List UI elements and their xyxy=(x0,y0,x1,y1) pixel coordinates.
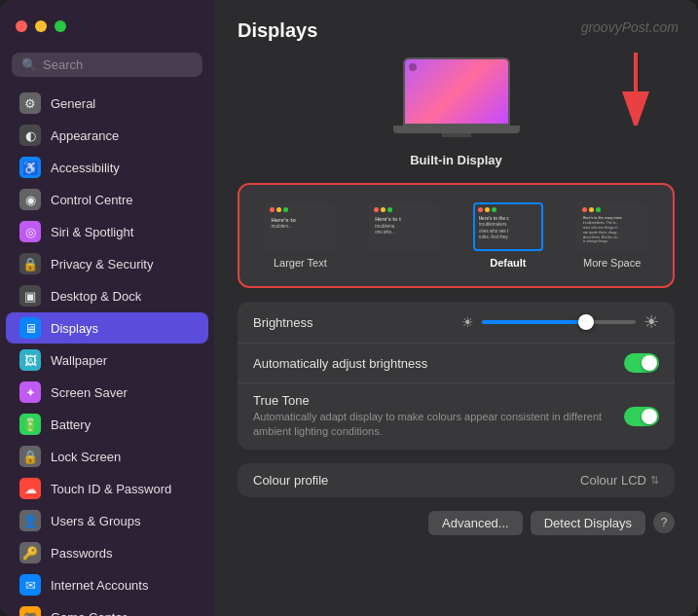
sidebar-item-label: Desktop & Dock xyxy=(51,289,141,304)
dot-green-4 xyxy=(596,207,601,212)
dot-red-2 xyxy=(374,207,379,212)
res-option-medium[interactable]: Here's to t troublema ons who... xyxy=(357,199,452,272)
auto-brightness-toggle[interactable] xyxy=(624,353,659,373)
sidebar-item-label: Internet Accounts xyxy=(51,578,148,593)
brightness-slider-fill xyxy=(482,320,587,324)
res-option-more-space[interactable]: Here's to the crazy ones troublemakers. … xyxy=(565,199,659,272)
sidebar-item-privacy-security[interactable]: 🔒 Privacy & Security xyxy=(6,248,208,279)
dot-yellow-4 xyxy=(589,207,594,212)
dot-green xyxy=(283,207,288,212)
sidebar-item-siri-spotlight[interactable]: ◎ Siri & Spotlight xyxy=(6,216,208,247)
lock-screen-icon: 🔒 xyxy=(19,446,41,467)
maximize-button[interactable] xyxy=(55,20,66,32)
dot-yellow-2 xyxy=(381,207,386,212)
siri-icon: ◎ xyxy=(19,221,41,242)
res-option-default[interactable]: Here's to the c troublemakers ones who s… xyxy=(461,199,556,272)
watermark: groovyPost.com xyxy=(581,19,679,35)
sidebar-item-wallpaper[interactable]: 🖼 Wallpaper xyxy=(6,344,208,376)
sidebar-item-users-groups[interactable]: 👤 Users & Groups xyxy=(6,505,208,536)
passwords-icon: 🔑 xyxy=(19,542,41,563)
game-center-icon: 🎮 xyxy=(19,606,41,616)
settings-section: Brightness ☀ ☀ Automatically adjust brig… xyxy=(238,302,675,450)
sidebar-item-touch-id[interactable]: ☁ Touch ID & Password xyxy=(6,473,208,504)
laptop-icon xyxy=(393,57,520,145)
brightness-row: Brightness ☀ ☀ xyxy=(238,302,675,344)
colour-profile-section: Colour profile Colour LCD ⇅ xyxy=(238,463,675,497)
res-preview-text-2: Here's to t troublema ons who... xyxy=(375,216,433,236)
res-preview-dots xyxy=(270,207,288,212)
arrow-indicator xyxy=(606,48,665,126)
res-preview-text-4: Here's to the crazy ones troublemakers. … xyxy=(583,216,642,244)
brightness-slider-thumb[interactable] xyxy=(578,314,594,330)
desktop-dock-icon: ▣ xyxy=(19,285,41,307)
accessibility-icon: ♿ xyxy=(19,157,41,178)
search-input[interactable] xyxy=(43,57,193,72)
res-preview-dots-4 xyxy=(582,207,601,212)
sidebar-item-desktop-dock[interactable]: ▣ Desktop & Dock xyxy=(6,280,208,311)
res-label-larger-text: Larger Text xyxy=(274,257,327,269)
general-icon: ⚙ xyxy=(19,92,41,114)
brightness-label: Brightness xyxy=(253,315,452,330)
control-centre-icon: ◉ xyxy=(19,189,41,210)
close-button[interactable] xyxy=(16,20,27,32)
users-groups-icon: 👤 xyxy=(19,510,41,531)
help-button[interactable]: ? xyxy=(653,512,675,533)
sidebar-item-game-center[interactable]: 🎮 Game Center xyxy=(6,601,208,616)
dot-red-3 xyxy=(478,207,483,212)
res-option-larger-text[interactable]: Here's to troublem... Larger Text xyxy=(253,199,348,272)
minimize-button[interactable] xyxy=(35,20,47,32)
dot-red xyxy=(270,207,275,212)
sidebar-item-internet-accounts[interactable]: ✉ Internet Accounts xyxy=(6,569,208,600)
res-preview-more-space: Here's to the crazy ones troublemakers. … xyxy=(577,202,647,251)
sidebar-item-battery[interactable]: 🔋 Battery xyxy=(6,409,208,440)
sidebar-item-accessibility[interactable]: ♿ Accessibility xyxy=(6,152,208,183)
appearance-icon: ◐ xyxy=(19,125,41,146)
sidebar-item-label: Game Center xyxy=(51,610,127,617)
sidebar-item-label: General xyxy=(51,96,95,111)
dot-red-4 xyxy=(582,207,587,212)
true-tone-row: True Tone Automatically adapt display to… xyxy=(238,383,675,450)
sidebar-item-screen-saver[interactable]: ✦ Screen Saver xyxy=(6,377,208,408)
bottom-buttons: Advanced... Detect Displays ? xyxy=(238,511,675,535)
brightness-slider-track[interactable] xyxy=(482,320,637,324)
brightness-low-icon: ☀ xyxy=(461,314,474,330)
sidebar-item-label: Privacy & Security xyxy=(51,257,153,272)
brightness-high-icon: ☀ xyxy=(643,311,659,333)
detect-displays-button[interactable]: Detect Displays xyxy=(531,511,645,535)
sidebar-item-label: Wallpaper xyxy=(51,353,107,368)
sidebar-list: ⚙ General ◐ Appearance ♿ Accessibility ◉… xyxy=(0,87,214,616)
laptop-base xyxy=(393,126,520,133)
sidebar-item-displays[interactable]: 🖥 Displays xyxy=(6,312,208,344)
battery-icon: 🔋 xyxy=(19,414,41,435)
touch-id-icon: ☁ xyxy=(19,478,41,499)
res-preview-default: Here's to the c troublemakers ones who s… xyxy=(473,202,543,251)
sidebar-item-passwords[interactable]: 🔑 Passwords xyxy=(6,537,208,568)
sidebar-item-label: Control Centre xyxy=(51,193,133,207)
sidebar-item-label: Battery xyxy=(51,417,91,432)
resolution-section: Here's to troublem... Larger Text Here's… xyxy=(238,183,675,288)
laptop-stand xyxy=(442,133,471,137)
advanced-button[interactable]: Advanced... xyxy=(428,511,523,535)
res-label-more-space: More Space xyxy=(583,257,641,269)
titlebar xyxy=(0,0,214,47)
res-label-default: Default xyxy=(490,257,526,269)
sidebar: 🔍 ⚙ General ◐ Appearance ♿ Accessibility… xyxy=(0,0,214,616)
sidebar-item-lock-screen[interactable]: 🔒 Lock Screen xyxy=(6,441,208,472)
colour-profile-label: Colour profile xyxy=(253,473,580,488)
colour-profile-value-text: Colour LCD xyxy=(580,473,646,488)
search-box[interactable]: 🔍 xyxy=(12,53,202,77)
sidebar-item-general[interactable]: ⚙ General xyxy=(6,88,208,119)
resolution-options: Here's to troublem... Larger Text Here's… xyxy=(253,199,659,272)
true-tone-toggle[interactable] xyxy=(624,407,659,426)
sidebar-item-label: Lock Screen xyxy=(51,450,121,464)
sidebar-item-label: Siri & Spotlight xyxy=(51,225,133,239)
dot-green-2 xyxy=(387,207,392,212)
dot-yellow-3 xyxy=(485,207,490,212)
colour-profile-value[interactable]: Colour LCD ⇅ xyxy=(580,473,659,488)
dot-yellow xyxy=(276,207,281,212)
sidebar-item-control-centre[interactable]: ◉ Control Centre xyxy=(6,184,208,215)
sidebar-item-label: Touch ID & Password xyxy=(51,482,171,496)
sidebar-item-label: Displays xyxy=(51,321,98,336)
auto-brightness-label: Automatically adjust brightness xyxy=(253,356,614,371)
sidebar-item-appearance[interactable]: ◐ Appearance xyxy=(6,120,208,151)
